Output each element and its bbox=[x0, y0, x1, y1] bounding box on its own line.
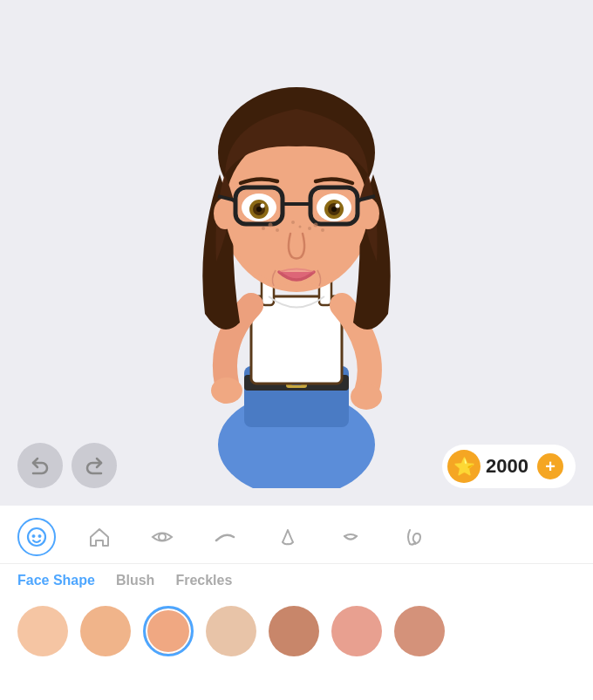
category-row bbox=[0, 506, 593, 564]
swatch-4[interactable] bbox=[269, 606, 319, 656]
coin-counter: ⭐ 2000 + bbox=[442, 445, 576, 488]
category-icon-ear[interactable] bbox=[394, 518, 433, 556]
undo-button[interactable] bbox=[17, 443, 63, 488]
category-icon-mouth[interactable] bbox=[331, 518, 370, 556]
subcategory-tab-blush[interactable]: Blush bbox=[116, 573, 154, 590]
svg-point-10 bbox=[351, 384, 382, 410]
swatches-row bbox=[0, 597, 593, 665]
svg-point-40 bbox=[32, 535, 35, 538]
subcategory-tab-face-shape[interactable]: Face Shape bbox=[17, 573, 95, 590]
svg-point-16 bbox=[357, 198, 379, 229]
svg-point-9 bbox=[211, 377, 242, 404]
category-icon-face-shape[interactable] bbox=[17, 518, 56, 556]
swatch-3[interactable] bbox=[206, 606, 256, 656]
undo-redo-group bbox=[17, 443, 117, 488]
svg-point-41 bbox=[38, 535, 41, 538]
svg-point-15 bbox=[214, 198, 236, 229]
svg-point-39 bbox=[299, 226, 302, 228]
svg-point-38 bbox=[291, 221, 295, 224]
svg-rect-6 bbox=[251, 296, 342, 384]
avatar-container bbox=[157, 17, 436, 488]
svg-point-42 bbox=[159, 533, 166, 540]
subcategory-tab-freckles[interactable]: Freckles bbox=[175, 573, 232, 590]
category-icon-nose[interactable] bbox=[269, 518, 307, 556]
swatch-5[interactable] bbox=[331, 606, 382, 656]
category-icon-eyebrow[interactable] bbox=[206, 518, 244, 556]
swatch-1[interactable] bbox=[80, 606, 131, 656]
category-icon-head[interactable] bbox=[80, 518, 119, 556]
swatch-2[interactable] bbox=[143, 606, 194, 656]
avatar-area: ⭐ 2000 + bbox=[0, 0, 593, 506]
svg-point-34 bbox=[262, 227, 265, 230]
coin-add-button[interactable]: + bbox=[537, 453, 563, 479]
category-icon-eye[interactable] bbox=[143, 518, 181, 556]
redo-button[interactable] bbox=[72, 443, 117, 488]
coin-star-icon: ⭐ bbox=[447, 450, 481, 483]
svg-point-32 bbox=[269, 223, 273, 228]
svg-point-36 bbox=[321, 228, 324, 232]
svg-point-25 bbox=[256, 207, 262, 212]
svg-point-37 bbox=[308, 227, 311, 230]
svg-point-33 bbox=[276, 228, 279, 232]
svg-point-30 bbox=[331, 207, 337, 212]
bottom-panel: Face Shape Blush Freckles bbox=[0, 506, 593, 700]
swatch-6[interactable] bbox=[394, 606, 445, 656]
coin-amount: 2000 bbox=[486, 455, 528, 478]
svg-point-31 bbox=[336, 204, 340, 208]
subcategory-row: Face Shape Blush Freckles bbox=[0, 564, 593, 597]
swatch-0[interactable] bbox=[17, 606, 68, 656]
svg-point-26 bbox=[261, 204, 265, 208]
svg-point-35 bbox=[314, 223, 318, 228]
